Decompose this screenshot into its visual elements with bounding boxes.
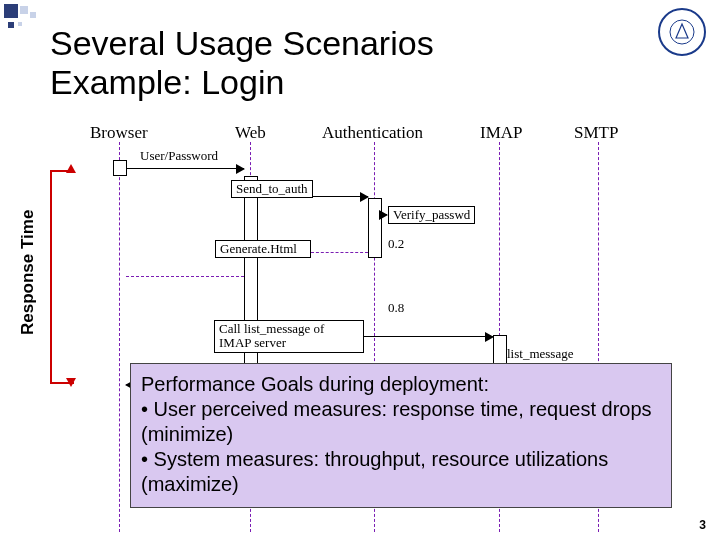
label-send-to-auth: Send_to_auth <box>231 180 313 198</box>
slide-title: Several Usage Scenarios Example: Login <box>50 24 434 102</box>
label-verify-passwd: Verify_passwd <box>388 206 475 224</box>
slide-number: 3 <box>699 518 706 532</box>
overlay-line-2: • User perceived measures: response time… <box>141 397 661 447</box>
lane-smtp: SMTP <box>574 123 618 143</box>
arrow-user-password <box>126 168 244 169</box>
label-list-message: list_message <box>507 346 573 362</box>
lane-authentication: Authentication <box>322 123 423 143</box>
label-generate-html: Generate.Html <box>215 240 311 258</box>
label-user-password: User/Password <box>140 148 218 164</box>
label-call-list-message: Call list_message of IMAP server <box>214 320 364 353</box>
response-time-arrow-top <box>66 164 76 173</box>
activation-web-1 <box>244 176 258 388</box>
return-web-to-browser-1 <box>126 276 244 277</box>
activation-auth-1 <box>368 198 382 258</box>
activation-browser-1 <box>113 160 127 176</box>
lane-web: Web <box>235 123 266 143</box>
response-time-arrow-bottom <box>66 378 76 387</box>
performance-goals-overlay: Performance Goals during deployment: • U… <box>130 363 672 508</box>
label-value-02: 0.2 <box>388 236 404 252</box>
title-line-1: Several Usage Scenarios <box>50 24 434 62</box>
lane-browser: Browser <box>90 123 148 143</box>
title-line-2: Example: Login <box>50 63 284 101</box>
arrow-verify-passwd <box>381 214 387 215</box>
overlay-line-1: Performance Goals during deployment: <box>141 372 661 397</box>
overlay-line-3: • System measures: throughput, resource … <box>141 447 661 497</box>
lifeline-browser <box>119 142 120 532</box>
lane-imap: IMAP <box>480 123 523 143</box>
institute-logo-icon <box>658 8 706 56</box>
axis-response-time: Response Time <box>18 210 38 335</box>
label-value-08: 0.8 <box>388 300 404 316</box>
response-time-bracket <box>50 170 74 384</box>
